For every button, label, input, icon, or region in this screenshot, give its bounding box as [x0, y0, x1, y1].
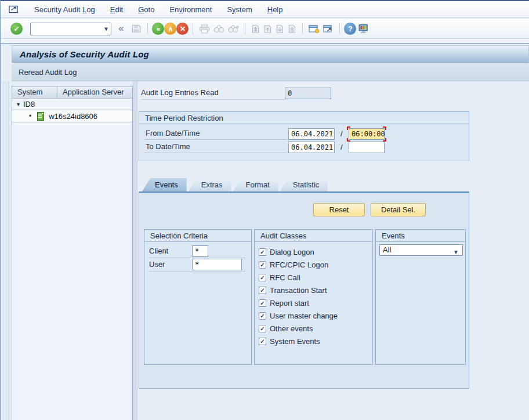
- time-period-title: Time Period Restriction: [139, 112, 469, 124]
- back-icon[interactable]: «: [152, 23, 164, 35]
- selection-criteria-title: Selection Criteria: [144, 230, 251, 242]
- tab-events[interactable]: Events: [142, 178, 187, 191]
- dialog-logon-label: Dialog Logon: [270, 248, 314, 256]
- command-dropdown-icon[interactable]: ▼: [104, 26, 108, 32]
- client-field[interactable]: *: [192, 245, 208, 257]
- tree-column-application-server[interactable]: Application Server: [57, 86, 132, 98]
- focus-corner: [347, 126, 350, 130]
- transaction-start-checkbox[interactable]: ✓: [259, 287, 266, 294]
- last-page-icon[interactable]: [288, 24, 296, 34]
- rfc-call-label: RFC Call: [270, 273, 300, 282]
- checkbox-row-system-events: ✓ System Events: [259, 335, 320, 347]
- collapse-command-icon[interactable]: «: [118, 23, 124, 34]
- find-icon[interactable]: [213, 24, 224, 33]
- reset-button[interactable]: Reset: [313, 203, 365, 216]
- to-time-field[interactable]: [349, 142, 385, 153]
- to-datetime-row: To Date/Time 06.04.2021 /: [144, 141, 463, 154]
- tree-expander-icon[interactable]: ▼: [16, 102, 21, 107]
- command-input[interactable]: ▼: [30, 23, 111, 35]
- to-date-field[interactable]: 06.04.2021: [288, 142, 335, 153]
- report-start-checkbox[interactable]: ✓: [259, 299, 266, 307]
- other-events-label: Other events: [270, 324, 313, 333]
- user-master-change-checkbox[interactable]: ✓: [259, 312, 266, 320]
- page-up-icon[interactable]: [263, 24, 272, 34]
- panel-splitter[interactable]: [133, 81, 137, 420]
- events-dropdown[interactable]: All ▼: [379, 244, 463, 256]
- application-server-icon: [37, 112, 44, 121]
- dialog-logon-checkbox[interactable]: ✓: [259, 248, 266, 256]
- server-tree-panel: System Application Server ▼ ID8 • w16s24…: [12, 86, 133, 420]
- new-session-icon[interactable]: [309, 24, 320, 34]
- checkbox-row-rfc-cpic-logon: ✓ RFC/CPIC Logon: [259, 258, 328, 271]
- time-period-groupbox: Time Period Restriction From Date/Time 0…: [139, 111, 469, 161]
- find-next-icon[interactable]: [228, 24, 239, 33]
- title-bar: Analysis of Security Audit Log: [12, 45, 529, 63]
- control-menu-icon[interactable]: [9, 5, 19, 13]
- tree-node-application-server[interactable]: • w16s24id8606: [12, 110, 132, 122]
- toolbar-separator-band: [1, 39, 529, 44]
- report-start-label: Report start: [270, 299, 309, 307]
- tab-format[interactable]: Format: [233, 178, 278, 191]
- events-title: Events: [376, 230, 465, 242]
- audit-classes-box: Audit Classes ✓ Dialog Logon ✓ RFC/CPIC …: [254, 229, 373, 365]
- entries-read-label: Audit Log Entries Read: [141, 88, 285, 100]
- cancel-icon[interactable]: ✕: [176, 23, 189, 35]
- events-tab-panel: Reset Detail Sel. Selection Criteria Cli…: [139, 191, 469, 389]
- menu-goto[interactable]: Goto: [131, 5, 162, 14]
- create-shortcut-icon[interactable]: [323, 24, 334, 34]
- tree-node-system-id8[interactable]: ▼ ID8: [12, 99, 132, 110]
- from-time-field[interactable]: 06:00:00: [349, 128, 385, 140]
- checkbox-row-transaction-start: ✓ Transaction Start: [259, 284, 327, 296]
- system-events-label: System Events: [270, 337, 320, 346]
- client-row: Client *: [149, 245, 245, 258]
- to-separator: /: [340, 143, 343, 151]
- from-datetime-row: From Date/Time 06.04.2021 / 06:00:00: [144, 128, 463, 140]
- print-icon[interactable]: [199, 24, 210, 34]
- checkbox-row-user-master-change: ✓ User master change: [259, 309, 338, 322]
- rfc-cpic-logon-checkbox[interactable]: ✓: [259, 261, 266, 269]
- selection-criteria-box: Selection Criteria Client * User *: [144, 229, 252, 365]
- toolbar-separator: [245, 23, 245, 35]
- application-toolbar: Reread Audit Log: [12, 63, 529, 81]
- user-field[interactable]: *: [192, 259, 242, 270]
- exit-icon[interactable]: ∧: [164, 23, 176, 35]
- tree-column-system[interactable]: System: [12, 86, 57, 98]
- save-icon[interactable]: [131, 24, 142, 34]
- menu-help[interactable]: Help: [260, 5, 291, 14]
- menu-system[interactable]: System: [219, 5, 259, 14]
- other-events-checkbox[interactable]: ✓: [259, 325, 266, 332]
- help-icon[interactable]: ?: [344, 23, 356, 35]
- application-server-label: w16s24id8606: [49, 112, 97, 121]
- from-datetime-label: From Date/Time: [144, 128, 287, 140]
- main-content: Audit Log Entries Read 0 Time Period Res…: [137, 81, 529, 420]
- from-time-field-wrap: 06:00:00: [349, 128, 385, 140]
- to-datetime-label: To Date/Time: [144, 141, 287, 153]
- tab-statistic[interactable]: Statistic: [280, 178, 328, 191]
- page-down-icon[interactable]: [276, 24, 284, 34]
- user-row: User *: [149, 259, 245, 271]
- reread-audit-log-button[interactable]: Reread Audit Log: [12, 66, 84, 79]
- from-date-field[interactable]: 06.04.2021: [288, 128, 335, 140]
- toolbar-separator: [193, 23, 193, 35]
- rfc-call-checkbox[interactable]: ✓: [259, 274, 266, 281]
- menu-edit[interactable]: Edit: [103, 5, 131, 14]
- menu-security-audit-log[interactable]: Security Audit Log: [27, 5, 103, 14]
- user-label: User: [149, 260, 165, 269]
- tree-leaf-bullet: •: [29, 112, 31, 120]
- detail-selection-button[interactable]: Detail Sel.: [371, 203, 426, 216]
- chevron-down-icon: ▼: [453, 247, 459, 258]
- tree-header-row: System Application Server: [12, 86, 132, 99]
- checkbox-row-other-events: ✓ Other events: [259, 322, 313, 335]
- client-label: Client: [149, 247, 168, 255]
- user-master-change-label: User master change: [270, 312, 338, 320]
- menu-environment[interactable]: Environment: [162, 5, 219, 14]
- checkbox-row-rfc-call: ✓ RFC Call: [259, 271, 300, 284]
- tab-extras[interactable]: Extras: [189, 178, 231, 191]
- customize-layout-icon[interactable]: [358, 24, 369, 34]
- menu-bar: Security Audit Log Edit Goto Environment…: [1, 0, 529, 18]
- events-dropdown-value: All: [383, 245, 391, 254]
- first-page-icon[interactable]: [251, 24, 260, 34]
- transaction-start-label: Transaction Start: [270, 286, 327, 295]
- system-events-checkbox[interactable]: ✓: [259, 338, 266, 345]
- enter-icon[interactable]: ✓: [10, 23, 23, 35]
